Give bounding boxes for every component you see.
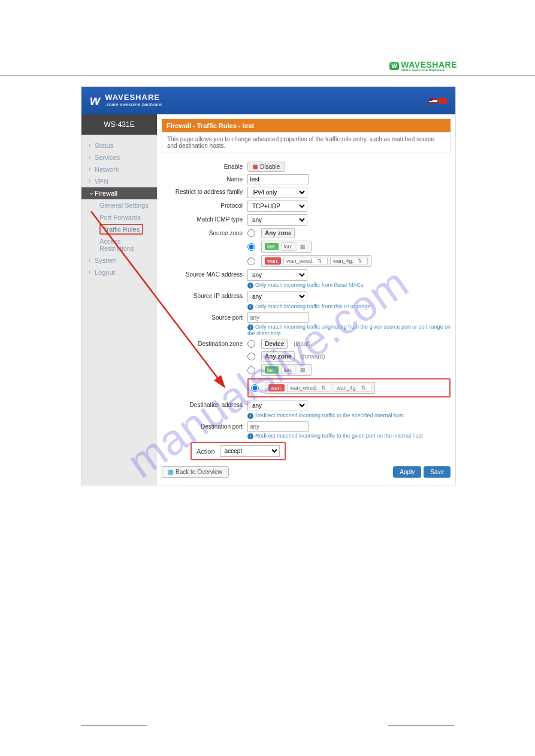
dst-zone-lan: lan:lan:▦ (261, 364, 312, 376)
nav-firewall[interactable]: Firewall (81, 187, 157, 199)
dst-zone-any-radio[interactable] (247, 353, 255, 360)
action-select[interactable]: accept (220, 445, 280, 457)
action-label: Action (197, 448, 215, 455)
src-ip-label: Source IP address (162, 291, 247, 299)
name-label: Name (162, 174, 247, 183)
info-icon: i (247, 283, 253, 289)
link-icon: ⇅ (355, 257, 365, 265)
router-admin-ui: w WAVESHARE -share awesome hardware- WS-… (81, 86, 456, 485)
info-icon: i (247, 324, 253, 330)
src-zone-label: Source zone (162, 228, 247, 236)
src-zone-any-radio[interactable] (247, 229, 255, 237)
waveshare-doc-logo: W WAVESHARE share awesome hardware (389, 60, 457, 72)
info-icon: i (247, 304, 253, 310)
brand-tagline: -share awesome hardware- (105, 102, 163, 108)
nav-logout[interactable]: Logout (81, 266, 157, 278)
info-icon: i (247, 433, 253, 439)
dst-port-hint: iRedirect matched incoming traffic to th… (247, 433, 451, 439)
nav-vpn[interactable]: VPN (81, 175, 157, 187)
src-port-input[interactable] (247, 312, 309, 323)
topbar: w WAVESHARE -share awesome hardware- (81, 87, 455, 114)
dst-zone-wan-highlight: wan:wan_wired: ⇅wan_4g: ⇅ (247, 378, 451, 397)
panel-description: This page allows you to change advanced … (162, 132, 451, 153)
nav-firewall-portfw[interactable]: Port Forwards (81, 211, 157, 223)
sidebar: WS-431E Status Services Network VPN Fire… (81, 114, 157, 485)
dst-zone-any: Any zone (261, 351, 295, 362)
src-zone-any: Any zone (261, 228, 295, 238)
dst-zone-wan: wan:wan_wired: ⇅wan_4g: ⇅ (265, 382, 375, 394)
icmp-select[interactable]: any (247, 214, 307, 226)
document-header: W WAVESHARE share awesome hardware (0, 0, 535, 75)
logo-mark-icon: W (389, 62, 399, 70)
icmp-label: Match ICMP type (162, 214, 247, 223)
link-icon: ⇅ (359, 384, 368, 391)
disable-button[interactable]: Disable (247, 162, 285, 172)
nav-status[interactable]: Status (81, 139, 157, 151)
brand-name: WAVESHARE (105, 93, 163, 102)
src-zone-lan: lan:lan:▦ (261, 241, 312, 253)
src-ip-hint: iOnly match incoming traffic from this I… (247, 303, 451, 310)
back-icon (168, 470, 173, 475)
nav-services[interactable]: Services (81, 151, 157, 163)
brand-icon: w (90, 93, 100, 108)
src-mac-hint: iOnly match incoming traffic from these … (247, 282, 451, 289)
back-button[interactable]: Back to Overview (162, 466, 229, 478)
info-icon: i (247, 413, 253, 419)
nav-firewall-general[interactable]: General Settings (81, 199, 157, 211)
dst-addr-select[interactable]: any (247, 400, 307, 411)
src-zone-wan: wan:wan_wired: ⇅wan_4g: ⇅ (261, 255, 371, 267)
nav-network[interactable]: Network (81, 163, 157, 175)
action-highlight: Action accept (191, 442, 286, 460)
src-zone-wan-radio[interactable] (247, 257, 255, 265)
nav-firewall-access[interactable]: Access Restrictions (81, 235, 157, 254)
family-label: Restrict to address family (162, 187, 247, 195)
src-mac-label: Source MAC address (162, 269, 247, 278)
nav-system[interactable]: System (81, 254, 157, 266)
link-icon: ⇅ (319, 384, 328, 391)
brand: w WAVESHARE -share awesome hardware- (90, 93, 164, 108)
dst-zone-label: Destination zone (162, 339, 247, 347)
dst-zone-wan-radio[interactable] (251, 384, 259, 392)
dst-port-input[interactable] (247, 421, 309, 432)
ethernet-icon: ▦ (298, 366, 308, 374)
src-mac-select[interactable]: any (247, 269, 307, 281)
flag-us-icon[interactable] (429, 98, 437, 104)
panel-title: Firewall - Traffic Rules - test (162, 119, 451, 132)
src-ip-select[interactable]: any (247, 291, 307, 302)
dst-port-label: Destination port (162, 421, 247, 430)
apply-button[interactable]: Apply (393, 466, 421, 478)
main-content: Firewall - Traffic Rules - test This pag… (157, 114, 455, 485)
name-input[interactable] (247, 174, 309, 184)
device-model: WS-431E (81, 114, 157, 135)
src-port-hint: iOnly match incoming traffic originating… (247, 324, 451, 336)
dst-zone-device-radio[interactable] (247, 340, 255, 348)
nav-firewall-traffic-rules[interactable]: Traffic Rules (81, 223, 157, 235)
family-select[interactable]: IPv4 only (247, 187, 307, 198)
dst-addr-label: Destination address (162, 400, 247, 408)
rule-form: Enable Disable Name Restrict to address … (162, 153, 451, 478)
enable-label: Enable (162, 162, 247, 170)
nav-menu: Status Services Network VPN Firewall Gen… (81, 135, 157, 290)
ethernet-icon: ▦ (298, 243, 308, 250)
dst-zone-lan-radio[interactable] (247, 366, 255, 374)
dst-addr-hint: iRedirect matched incoming traffic to th… (247, 412, 451, 419)
protocol-select[interactable]: TCP+UDP (247, 201, 307, 212)
src-zone-lan-radio[interactable] (247, 243, 255, 251)
src-port-label: Source port (162, 312, 247, 321)
disable-dot-icon (253, 165, 258, 169)
dst-zone-device: Device (261, 339, 288, 349)
save-button[interactable]: Save (424, 466, 451, 478)
protocol-label: Protocol (162, 201, 247, 209)
document-footer (81, 725, 454, 725)
language-flags (429, 98, 447, 104)
flag-cn-icon[interactable] (439, 98, 447, 104)
link-icon: ⇅ (315, 257, 325, 265)
